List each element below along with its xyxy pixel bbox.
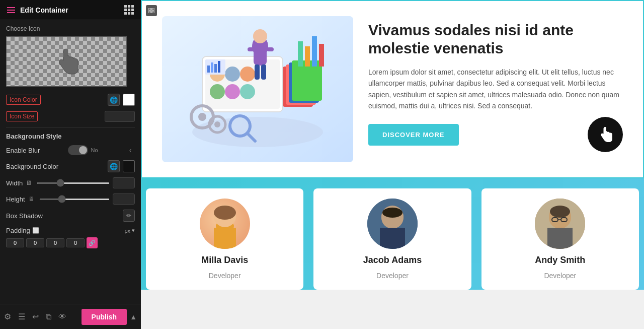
illustration-placeholder bbox=[162, 16, 353, 162]
svg-rect-27 bbox=[248, 47, 255, 51]
box-shadow-label: Box Shadow bbox=[6, 212, 43, 220]
svg-rect-29 bbox=[255, 64, 260, 80]
svg-point-56 bbox=[550, 206, 570, 218]
box-shadow-edit-btn[interactable]: ✏ bbox=[123, 210, 135, 222]
avatar-jacob bbox=[367, 199, 418, 249]
svg-point-15 bbox=[240, 67, 255, 82]
floating-hand-button[interactable] bbox=[588, 117, 623, 152]
enable-blur-row: Enable Blur No ‹ bbox=[6, 145, 135, 155]
svg-rect-30 bbox=[261, 64, 266, 80]
bg-color-row: Background Color 🌐 bbox=[6, 160, 135, 172]
bg-color-global-btn[interactable]: 🌐 bbox=[108, 160, 120, 172]
svg-rect-40 bbox=[319, 44, 324, 67]
svg-rect-39 bbox=[312, 36, 317, 67]
svg-point-25 bbox=[253, 29, 267, 43]
box-shadow-row: Box Shadow ✏ bbox=[6, 210, 135, 222]
divider1 bbox=[6, 127, 135, 127]
team-card-jacob: Jacob Adams Developer bbox=[313, 188, 471, 290]
svg-rect-4 bbox=[152, 11, 154, 13]
svg-point-17 bbox=[225, 84, 240, 99]
padding-top-input[interactable] bbox=[6, 238, 24, 247]
px-text: px bbox=[124, 228, 130, 234]
andy-avatar-svg bbox=[535, 199, 585, 249]
content-body: Lorem ipsum dolor sit amet, consectetur … bbox=[368, 67, 623, 112]
svg-point-32 bbox=[198, 113, 206, 121]
svg-point-16 bbox=[210, 84, 225, 99]
height-slider-wrapper: 60 bbox=[39, 193, 135, 205]
height-input[interactable]: 60 bbox=[113, 193, 135, 205]
panel-header-left: Edit Container bbox=[7, 6, 68, 14]
svg-point-46 bbox=[214, 206, 236, 220]
width-input[interactable]: 60 bbox=[113, 177, 135, 188]
icon-size-row: Icon Size 22 ← 2 bbox=[6, 111, 135, 122]
svg-rect-26 bbox=[254, 45, 267, 65]
person3-title: Developer bbox=[544, 272, 576, 280]
panel-header: Edit Container bbox=[0, 0, 141, 20]
settings-icon[interactable]: ⚙ bbox=[4, 312, 11, 321]
avatar-milla bbox=[200, 199, 250, 249]
publish-chevron-icon[interactable]: ▲ bbox=[130, 313, 137, 321]
enable-blur-label: Enable Blur bbox=[6, 147, 40, 154]
icon-color-label: Icon Color bbox=[6, 95, 41, 105]
panel-scroll: Choose Icon Icon Color 🌐 ← 1 Icon Size bbox=[0, 20, 141, 304]
bg-color-swatch[interactable] bbox=[123, 160, 135, 172]
discover-more-button[interactable]: DISCOVER MORE bbox=[368, 124, 459, 146]
blur-toggle[interactable] bbox=[68, 145, 88, 155]
padding-link-btn[interactable]: 🔗 bbox=[87, 237, 98, 248]
text-content-area: Vivamus sodales nisi id ante molestie ve… bbox=[368, 16, 623, 162]
icon-size-input[interactable]: 22 bbox=[105, 111, 135, 122]
publish-area: Publish ▲ bbox=[82, 309, 137, 325]
px-unit-label[interactable]: px ▾ bbox=[124, 227, 135, 234]
icon-color-row: Icon Color 🌐 ← 1 bbox=[6, 94, 135, 106]
layers-icon[interactable]: ☰ bbox=[18, 312, 25, 321]
width-slider[interactable] bbox=[37, 182, 110, 184]
padding-bottom-input[interactable] bbox=[46, 238, 64, 247]
grid-icon[interactable] bbox=[124, 5, 134, 15]
padding-label: Padding ⬜ bbox=[6, 227, 39, 234]
frame-icon-svg bbox=[148, 8, 154, 13]
icon-color-swatch[interactable] bbox=[123, 94, 135, 106]
padding-right-input[interactable] bbox=[26, 238, 44, 247]
content-title: Vivamus sodales nisi id ante molestie ve… bbox=[368, 21, 623, 57]
padding-left-input[interactable] bbox=[66, 238, 85, 247]
icon-color-controls: 🌐 bbox=[108, 94, 135, 106]
publish-button[interactable]: Publish bbox=[82, 309, 127, 325]
content-top: Vivamus sodales nisi id ante molestie ve… bbox=[141, 0, 644, 178]
height-slider[interactable] bbox=[39, 199, 110, 200]
person2-title: Developer bbox=[376, 272, 409, 280]
svg-rect-49 bbox=[380, 228, 405, 249]
copy-icon[interactable]: ⧉ bbox=[46, 312, 51, 321]
hand-cursor-icon bbox=[54, 46, 79, 77]
hamburger-icon[interactable] bbox=[7, 7, 15, 13]
floating-hand-icon bbox=[598, 125, 613, 144]
height-label: Height bbox=[6, 195, 25, 203]
team-card-andy: Andy Smith Developer bbox=[481, 188, 639, 290]
illustration-svg bbox=[162, 16, 353, 162]
frame-resize-icon[interactable] bbox=[146, 5, 157, 16]
height-label-row: Height 🖥 bbox=[6, 195, 34, 203]
width-label: Width bbox=[6, 179, 23, 187]
icon-color-global-btn[interactable]: 🌐 bbox=[108, 94, 120, 106]
panel-title: Edit Container bbox=[20, 6, 68, 14]
height-monitor-icon: 🖥 bbox=[28, 195, 34, 203]
blur-toggle-container: No bbox=[68, 145, 98, 155]
content-top-inner: Vivamus sodales nisi id ante molestie ve… bbox=[162, 16, 623, 162]
eye-icon[interactable]: 👁 bbox=[58, 312, 66, 321]
svg-rect-38 bbox=[305, 46, 310, 67]
padding-row: Padding ⬜ px ▾ bbox=[6, 227, 135, 234]
padding-inputs-row: 🔗 bbox=[6, 237, 135, 248]
blur-toggle-value: No bbox=[91, 147, 98, 153]
edit-icon: ✏ bbox=[126, 212, 131, 219]
bg-color-controls: 🌐 bbox=[108, 160, 135, 172]
person1-name: Milla Davis bbox=[201, 255, 248, 266]
left-panel: Edit Container Choose Icon Icon Color 🌐 bbox=[0, 0, 141, 329]
box-shadow-controls: ✏ bbox=[123, 210, 135, 222]
height-row: Height 🖥 60 bbox=[6, 193, 135, 205]
history-icon[interactable]: ↩ bbox=[32, 312, 39, 321]
svg-point-51 bbox=[382, 208, 403, 218]
svg-point-18 bbox=[240, 84, 255, 99]
bg-style-title: Background Style bbox=[6, 133, 135, 140]
blur-collapse-arrow[interactable]: ‹ bbox=[126, 146, 135, 155]
bottom-bar-icons: ⚙ ☰ ↩ ⧉ 👁 bbox=[4, 312, 66, 321]
bg-color-label: Background Color bbox=[6, 163, 58, 170]
